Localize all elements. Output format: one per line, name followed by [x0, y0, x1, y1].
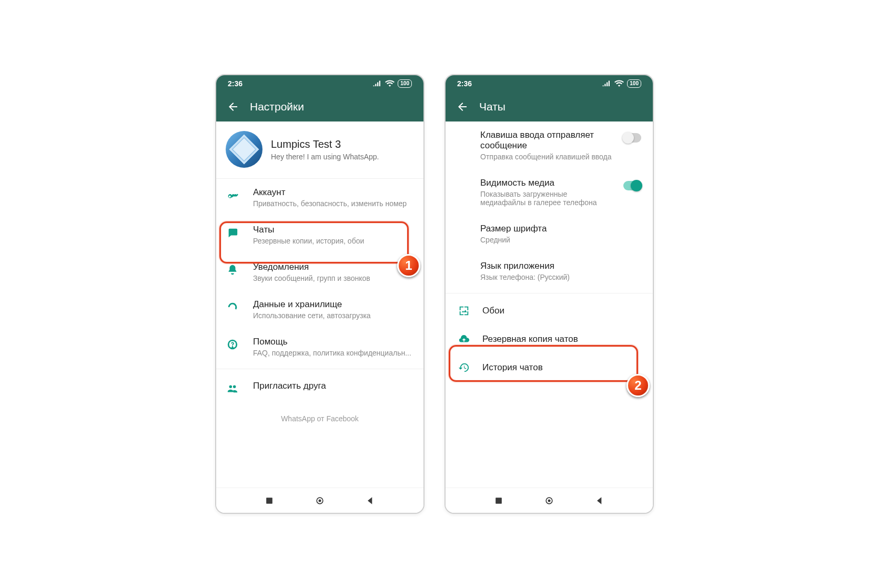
- android-nav-bar: [216, 488, 423, 513]
- row-chat-backup[interactable]: Резервная копия чатов: [446, 325, 653, 353]
- settings-item-account[interactable]: Аккаунт Приватность, безопасность, измен…: [216, 179, 423, 216]
- nav-recent-button[interactable]: [264, 495, 275, 506]
- chat-icon: [226, 227, 239, 238]
- status-bar: 2:36 100: [216, 75, 423, 92]
- key-icon: [226, 189, 239, 201]
- header: 2:36 100 Настройки: [216, 75, 423, 121]
- item-sub: Резервные копии, история, обои: [253, 237, 414, 245]
- divider: [216, 369, 423, 369]
- wifi-icon: [614, 79, 624, 88]
- item-title: Уведомления: [253, 262, 414, 272]
- settings-item-help[interactable]: Помощь FAQ, поддержка, политика конфиден…: [216, 328, 423, 366]
- app-bar-title: Настройки: [250, 100, 304, 113]
- settings-item-chats[interactable]: Чаты Резервные копии, история, обои: [216, 216, 423, 254]
- status-time: 2:36: [228, 79, 242, 88]
- help-icon: [226, 339, 239, 350]
- profile-name: Lumpics Test 3: [271, 138, 379, 150]
- item-title: Данные и хранилище: [253, 299, 414, 310]
- cloud-upload-icon: [457, 333, 471, 345]
- row-sub: Средний: [480, 236, 641, 244]
- item-sub: Использование сети, автозагрузка: [253, 311, 414, 320]
- footer-note: WhatsApp от Facebook: [216, 403, 423, 437]
- settings-item-data[interactable]: Данные и хранилище Использование сети, а…: [216, 291, 423, 328]
- app-bar: Чаты: [446, 92, 653, 121]
- item-title: Аккаунт: [253, 187, 414, 198]
- row-app-language[interactable]: Язык приложения Язык телефона: (Русский): [446, 252, 653, 290]
- status-icons: 100: [602, 79, 641, 88]
- item-sub: Звуки сообщений, групп и звонков: [253, 274, 414, 282]
- wallpaper-icon: [457, 305, 471, 317]
- battery-indicator: 100: [398, 79, 412, 88]
- content: Клавиша ввода отправляет сообщение Отпра…: [446, 121, 653, 488]
- item-title: Чаты: [253, 225, 414, 235]
- history-icon: [457, 362, 471, 373]
- bell-icon: [226, 264, 239, 276]
- battery-indicator: 100: [627, 79, 641, 88]
- nav-back-button[interactable]: [365, 495, 376, 506]
- row-title: Резервная копия чатов: [482, 334, 578, 344]
- row-wallpaper[interactable]: Обои: [446, 297, 653, 325]
- profile-status: Hey there! I am using WhatsApp.: [271, 153, 379, 161]
- svg-rect-3: [496, 498, 502, 504]
- status-time: 2:36: [457, 79, 472, 88]
- status-bar: 2:36 100: [446, 75, 653, 92]
- nav-home-button[interactable]: [543, 495, 555, 506]
- nav-home-button[interactable]: [314, 495, 326, 506]
- nav-back-button[interactable]: [594, 495, 605, 506]
- header: 2:36 100 Чаты: [446, 75, 653, 121]
- row-title: Клавиша ввода отправляет сообщение: [480, 130, 614, 151]
- item-sub: FAQ, поддержка, политика конфиденциальн.…: [253, 349, 414, 357]
- row-enter-sends[interactable]: Клавиша ввода отправляет сообщение Отпра…: [446, 121, 653, 169]
- content: Lumpics Test 3 Hey there! I am using Wha…: [216, 121, 423, 488]
- svg-point-5: [548, 499, 551, 502]
- svg-point-2: [319, 499, 321, 502]
- divider: [446, 293, 653, 293]
- settings-item-invite[interactable]: Пригласить друга: [216, 372, 423, 403]
- item-sub: Приватность, безопасность, изменить номе…: [253, 199, 414, 208]
- back-button[interactable]: [224, 97, 242, 116]
- row-title: Видимость медиа: [480, 178, 614, 188]
- settings-item-notifications[interactable]: Уведомления Звуки сообщений, групп и зво…: [216, 254, 423, 291]
- signal-icon: [372, 79, 382, 88]
- back-button[interactable]: [453, 97, 472, 116]
- nav-recent-button[interactable]: [493, 495, 504, 506]
- toggle-media-visibility[interactable]: [623, 181, 641, 190]
- signal-icon: [602, 79, 611, 88]
- wifi-icon: [385, 79, 395, 88]
- row-chat-history[interactable]: История чатов: [446, 353, 653, 382]
- profile-row[interactable]: Lumpics Test 3 Hey there! I am using Wha…: [216, 121, 423, 179]
- row-sub: Отправка сообщений клавишей ввода: [480, 153, 614, 161]
- toggle-enter-sends[interactable]: [623, 133, 641, 143]
- svg-rect-0: [266, 498, 272, 504]
- status-icons: 100: [372, 79, 412, 88]
- avatar: [226, 131, 262, 168]
- android-nav-bar: [446, 488, 653, 513]
- item-title: Пригласить друга: [253, 381, 414, 391]
- row-sub: Показывать загруженные медиафайлы в гале…: [480, 190, 614, 207]
- people-icon: [226, 383, 239, 394]
- row-title: Обои: [482, 306, 504, 316]
- row-sub: Язык телефона: (Русский): [480, 273, 641, 281]
- app-bar-title: Чаты: [479, 100, 506, 113]
- data-usage-icon: [226, 301, 239, 313]
- phone-chats-settings-screen: 2:36 100 Чаты Клавиша ввода отправляет с…: [444, 74, 654, 514]
- row-font-size[interactable]: Размер шрифта Средний: [446, 215, 653, 252]
- phone-settings-screen: 2:36 100 Настройки Lumpics Test 3: [215, 74, 425, 514]
- row-title: Размер шрифта: [480, 224, 641, 234]
- row-title: Язык приложения: [480, 261, 641, 271]
- row-media-visibility[interactable]: Видимость медиа Показывать загруженные м…: [446, 169, 653, 215]
- app-bar: Настройки: [216, 92, 423, 121]
- row-title: История чатов: [482, 362, 543, 373]
- item-title: Помощь: [253, 337, 414, 347]
